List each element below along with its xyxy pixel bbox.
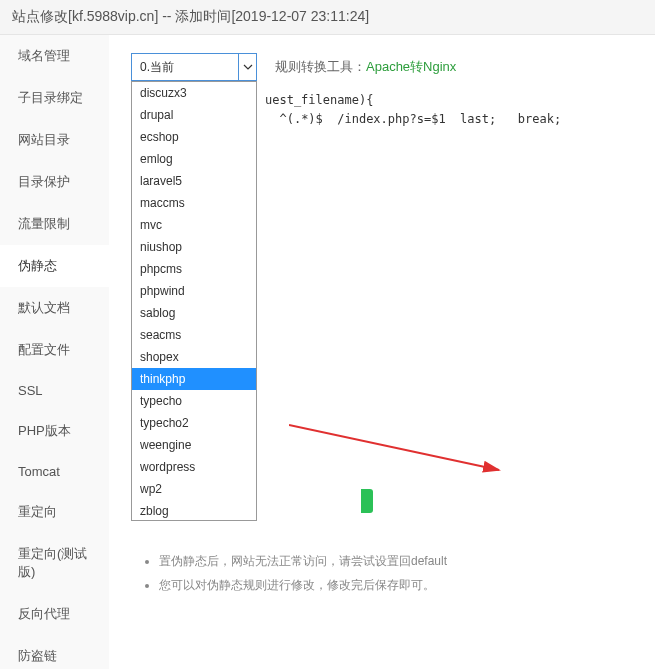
window-header: 站点修改[kf.5988vip.cn] -- 添加时间[2019-12-07 2… bbox=[0, 0, 655, 35]
convert-link[interactable]: Apache转Nginx bbox=[366, 59, 456, 74]
sidebar-item-hotlink[interactable]: 防盗链 bbox=[0, 635, 109, 669]
dropdown-item-niushop[interactable]: niushop bbox=[132, 236, 256, 258]
sidebar-item-phpver[interactable]: PHP版本 bbox=[0, 410, 109, 452]
notes-list: 置伪静态后，网站无法正常访问，请尝试设置回default 您可以对伪静态规则进行… bbox=[131, 549, 633, 597]
dropdown-item-emlog[interactable]: emlog bbox=[132, 148, 256, 170]
dropdown-item-drupal[interactable]: drupal bbox=[132, 104, 256, 126]
window-title: 站点修改[kf.5988vip.cn] -- 添加时间[2019-12-07 2… bbox=[12, 8, 369, 24]
dropdown-item-thinkphp[interactable]: thinkphp bbox=[132, 368, 256, 390]
note-item: 置伪静态后，网站无法正常访问，请尝试设置回default bbox=[159, 549, 633, 573]
save-button-edge[interactable] bbox=[361, 489, 373, 513]
dropdown-item-wordpress[interactable]: wordpress bbox=[132, 456, 256, 478]
template-select[interactable]: 0.当前 bbox=[131, 53, 257, 81]
sidebar-item-rewrite[interactable]: 伪静态 bbox=[0, 245, 109, 287]
sidebar-item-defaultdoc[interactable]: 默认文档 bbox=[0, 287, 109, 329]
sidebar: 域名管理 子目录绑定 网站目录 目录保护 流量限制 伪静态 默认文档 配置文件 … bbox=[0, 35, 109, 669]
rewrite-code[interactable]: uest_filename){ ^(.*)$ /index.php?s=$1 l… bbox=[265, 91, 633, 129]
main-panel: 0.当前 discuzx3drupalecshopemloglaravel5ma… bbox=[109, 35, 655, 669]
sidebar-item-dirprotect[interactable]: 目录保护 bbox=[0, 161, 109, 203]
note-item: 您可以对伪静态规则进行修改，修改完后保存即可。 bbox=[159, 573, 633, 597]
dropdown-item-ecshop[interactable]: ecshop bbox=[132, 126, 256, 148]
template-select-value: 0.当前 bbox=[140, 59, 174, 76]
convert-tool: 规则转换工具：Apache转Nginx bbox=[275, 58, 456, 76]
sidebar-item-traffic[interactable]: 流量限制 bbox=[0, 203, 109, 245]
sidebar-item-redirect[interactable]: 重定向 bbox=[0, 491, 109, 533]
container: 域名管理 子目录绑定 网站目录 目录保护 流量限制 伪静态 默认文档 配置文件 … bbox=[0, 35, 655, 669]
svg-line-0 bbox=[289, 425, 499, 470]
dropdown-item-discuzx3[interactable]: discuzx3 bbox=[132, 82, 256, 104]
dropdown-item-maccms[interactable]: maccms bbox=[132, 192, 256, 214]
dropdown-item-seacms[interactable]: seacms bbox=[132, 324, 256, 346]
sidebar-item-tomcat[interactable]: Tomcat bbox=[0, 452, 109, 491]
dropdown-item-typecho[interactable]: typecho bbox=[132, 390, 256, 412]
annotation-arrow-icon bbox=[289, 415, 519, 485]
dropdown-item-phpcms[interactable]: phpcms bbox=[132, 258, 256, 280]
dropdown-item-zblog[interactable]: zblog bbox=[132, 500, 256, 521]
sidebar-item-ssl[interactable]: SSL bbox=[0, 371, 109, 410]
chevron-down-icon bbox=[238, 54, 256, 80]
top-row: 0.当前 discuzx3drupalecshopemloglaravel5ma… bbox=[131, 53, 633, 81]
convert-label: 规则转换工具： bbox=[275, 59, 366, 74]
dropdown-item-wp2[interactable]: wp2 bbox=[132, 478, 256, 500]
dropdown-item-typecho2[interactable]: typecho2 bbox=[132, 412, 256, 434]
dropdown-item-mvc[interactable]: mvc bbox=[132, 214, 256, 236]
template-dropdown[interactable]: discuzx3drupalecshopemloglaravel5maccmsm… bbox=[131, 81, 257, 521]
sidebar-item-subdir[interactable]: 子目录绑定 bbox=[0, 77, 109, 119]
dropdown-item-shopex[interactable]: shopex bbox=[132, 346, 256, 368]
sidebar-item-proxy[interactable]: 反向代理 bbox=[0, 593, 109, 635]
dropdown-item-laravel5[interactable]: laravel5 bbox=[132, 170, 256, 192]
template-select-wrap: 0.当前 discuzx3drupalecshopemloglaravel5ma… bbox=[131, 53, 257, 81]
dropdown-item-weengine[interactable]: weengine bbox=[132, 434, 256, 456]
sidebar-item-sitedir[interactable]: 网站目录 bbox=[0, 119, 109, 161]
sidebar-item-domain[interactable]: 域名管理 bbox=[0, 35, 109, 77]
sidebar-item-redirect-beta[interactable]: 重定向(测试版) bbox=[0, 533, 109, 593]
sidebar-item-config[interactable]: 配置文件 bbox=[0, 329, 109, 371]
dropdown-item-sablog[interactable]: sablog bbox=[132, 302, 256, 324]
dropdown-item-phpwind[interactable]: phpwind bbox=[132, 280, 256, 302]
